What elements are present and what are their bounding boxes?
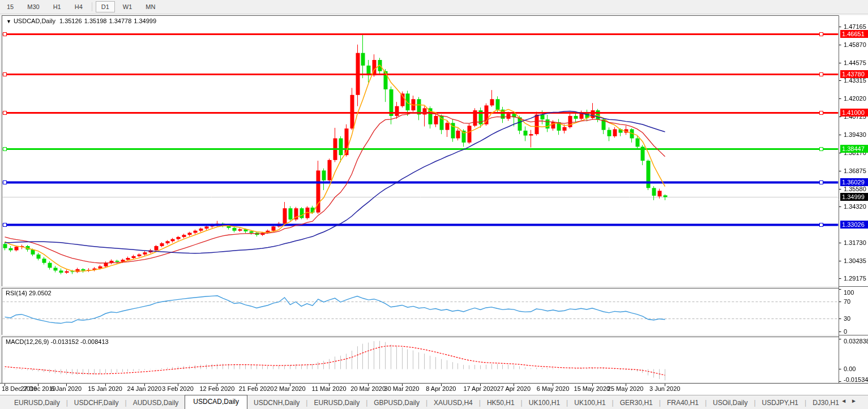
rsi-scale-label: 30 [844,315,850,322]
date-label: 17 Apr 2020 [463,385,497,392]
tab-fra40-h1[interactable]: FRA40,H1 [661,397,705,409]
price-axis-label: 1.30435 [844,257,866,264]
rsi-name: RSI(14) [6,290,27,296]
tab-usdchf-daily[interactable]: USDCHF,Daily [68,397,125,409]
price-line-badge: 1.33026 [840,221,868,229]
date-label: 12 Feb 2020 [199,385,234,392]
tab-uk100-h1[interactable]: UK100,H1 [523,397,566,409]
date-label: 20 Mar 2020 [350,385,386,392]
tab-scroll-arrows: ◄► [841,398,861,404]
date-label: 24 Jan 2020 [127,385,162,392]
macd-signal-value: -0.008413 [80,338,109,345]
date-label: 3 Jun 2020 [649,385,680,392]
symbol-tab-bar: EURUSD,Daily|USDCHF,Daily|AUDUSD,DailyUS… [0,395,868,409]
macd-value: -0.013152 [50,338,79,345]
price-line-badge: 1.46651 [840,30,868,38]
price-axis-label: 1.39430 [844,131,866,138]
trading-terminal: 15M30H1H4D1W1MN ▼USDCAD,Daily 1.351261.3… [0,0,868,409]
macd-scale-label: 0.00 [844,365,856,372]
rsi-scale-label: 0 [844,328,847,335]
date-label: 6 May 2020 [537,385,569,392]
tab-eurusd-daily[interactable]: EURUSD,Daily [307,397,366,409]
tab-uk100-h1[interactable]: UK100,H1 [568,397,612,409]
tab-gbpusd-daily[interactable]: GBPUSD,Daily [367,397,426,409]
tab-scroll-right-icon[interactable]: ► [851,398,861,404]
date-label: 11 Mar 2020 [312,385,347,392]
ohlc-low: 1.34778 [109,18,131,24]
macd-indicator-label: MACD(12,26,9) -0.013152 -0.008413 [6,338,109,345]
price-axis-label: 1.31730 [844,239,866,246]
date-label: 27 Apr 2020 [497,385,531,392]
tab-audusd-daily[interactable]: AUDUSD,Daily [127,397,185,409]
tab-usdcnh-daily[interactable]: USDCNH,Daily [247,397,306,409]
price-line-badge: 1.36029 [840,178,868,186]
price-axis-label: 1.42020 [844,95,866,102]
tab-eurusd-daily[interactable]: EURUSD,Daily [8,397,66,409]
date-label: 15 Jan 2020 [88,385,122,392]
date-label: 30 Mar 2020 [384,385,420,392]
rsi-value: 29.0502 [29,290,52,296]
price-axis-label: 1.43315 [844,77,866,84]
macd-scale-label: 0.032838 [844,338,868,345]
tab-usdcad-daily[interactable]: USDCAD,Daily [185,395,247,409]
macd-scale-label: -0.015342 [844,376,868,383]
tab-xauusd-h4[interactable]: XAUUSD,H4 [427,397,479,409]
date-label: 15 May 2020 [574,385,610,392]
ohlc-high: 1.35198 [84,18,107,24]
date-label: 6 Jan 2020 [51,385,82,392]
chart-dropdown-icon[interactable]: ▼ [6,19,11,24]
macd-name: MACD(12,26,9) [6,338,49,345]
ohlc-open: 1.35126 [59,18,82,24]
chart-symbol-label: USDCAD,Daily [14,18,55,24]
chart-canvas[interactable] [0,0,868,409]
price-axis-label: 1.44575 [844,59,866,66]
date-label: 8 Apr 2020 [426,385,456,392]
price-axis-label: 1.47165 [844,23,866,30]
tab-usdjpy-h1[interactable]: USDJPY,H1 [756,397,805,409]
current-price-badge: 1.34999 [840,193,868,201]
price-line-badge: 1.43780 [840,70,868,78]
tab-usoil-daily[interactable]: USOil,Daily [707,397,754,409]
date-label: 2 Mar 2020 [274,385,306,392]
date-label: 25 May 2020 [608,385,644,392]
tab-dj30-h1[interactable]: DJ30,H1 [806,397,845,409]
price-axis-label: 1.29175 [844,275,866,282]
price-axis-label: 1.34320 [844,203,866,210]
price-axis-label: 1.45870 [844,41,866,48]
tab-ger30-h1[interactable]: GER30,H1 [614,397,659,409]
price-axis-label: 1.36875 [844,167,866,174]
chart-title: ▼USDCAD,Daily 1.351261.351981.347781.349… [6,18,159,24]
price-line-badge: 1.38447 [840,145,868,153]
rsi-scale-label: 70 [844,298,850,305]
tab-hk50-h1[interactable]: HK50,H1 [481,397,521,409]
ohlc-close: 1.34999 [134,18,156,24]
rsi-scale-label: 100 [844,289,854,296]
date-label: 3 Feb 2020 [162,385,194,392]
price-line-badge: 1.41000 [840,109,868,117]
rsi-indicator-label: RSI(14) 29.0502 [6,290,52,296]
date-label: 21 Feb 2020 [239,385,274,392]
tab-scroll-left-icon[interactable]: ◄ [841,398,851,404]
